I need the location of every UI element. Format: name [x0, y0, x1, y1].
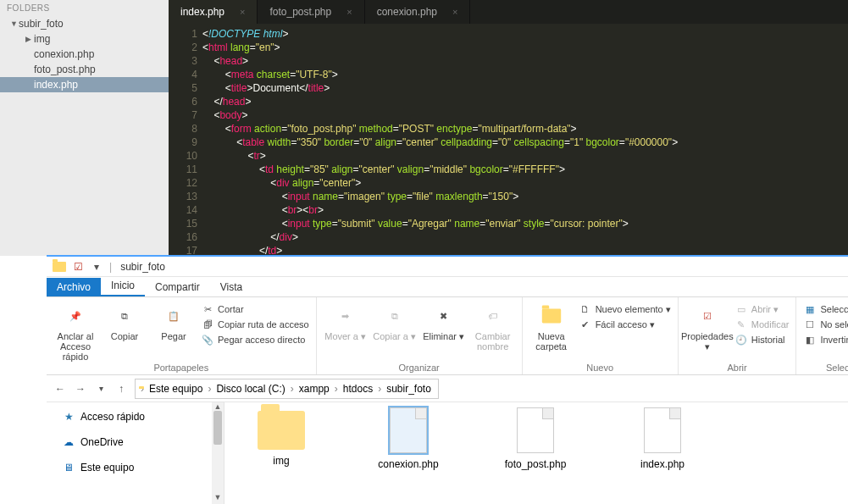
file-icon: [390, 407, 427, 453]
new-folder-button[interactable]: Nueva carpeta: [529, 301, 574, 352]
copy-path-button[interactable]: 🗐Copiar ruta de acceso: [201, 318, 309, 331]
open-button[interactable]: ▭Abrir ▾: [734, 302, 790, 316]
ribbontab-compartir[interactable]: Compartir: [145, 278, 210, 296]
tab-fotopost[interactable]: foto_post.php ×: [258, 0, 364, 24]
select-all-icon: ▦: [803, 302, 817, 316]
properties-button[interactable]: ☑Propiedades ▾: [685, 301, 729, 352]
file-item-fotopost[interactable]: foto_post.php: [497, 407, 574, 504]
scroll-down-icon[interactable]: ▼: [212, 493, 224, 504]
scroll-thumb[interactable]: [213, 411, 222, 445]
ribbon-group-organizar: ➡Mover a ▾ ⧉Copiar a ▾ ✖Eliminar ▾ 🏷Camb…: [317, 297, 523, 374]
open-icon: ▭: [734, 302, 748, 316]
tree-label: foto_post.php: [34, 64, 96, 75]
copy-button[interactable]: ⧉ Copiar: [103, 301, 147, 341]
window-title: subir_foto: [120, 261, 165, 273]
copy-to-button[interactable]: ⧉Copiar a ▾: [373, 301, 417, 341]
code-area[interactable]: 123456789101112131415161718 <!DOCTYPE ht…: [169, 24, 848, 271]
address-bar: ← → ▾ ↑ › Este equipo› Disco local (C:)›…: [47, 375, 848, 402]
close-icon[interactable]: ×: [452, 7, 457, 17]
code-lines[interactable]: <!DOCTYPE html><html lang="en"> <head> <…: [202, 24, 848, 271]
pc-icon: 🖥: [62, 461, 75, 474]
history-button[interactable]: 🕘Historial: [734, 333, 790, 346]
tree-file-fotopost[interactable]: foto_post.php: [0, 62, 169, 77]
rename-icon: 🏷: [479, 302, 507, 330]
dropdown-icon[interactable]: ▾: [90, 260, 103, 274]
tree-label: index.php: [34, 79, 78, 91]
tab-label: conexion.php: [377, 6, 437, 18]
copy-icon: ⧉: [111, 302, 138, 330]
move-to-button[interactable]: ➡Mover a ▾: [324, 301, 368, 341]
nav-onedrive[interactable]: ☁OneDrive: [47, 433, 224, 451]
cloud-icon: ☁: [62, 435, 75, 449]
code-editor-window: FOLDERS ▼ subir_foto ▶ img conexion.php …: [0, 0, 848, 256]
pin-icon: 📌: [62, 302, 89, 330]
navpane-scrollbar[interactable]: ▲ ▼: [212, 402, 224, 504]
nav-quick-access[interactable]: ★Acceso rápido: [47, 407, 224, 426]
crumb-htdocs[interactable]: htdocs: [340, 383, 376, 395]
file-explorer-window: ☑ ▾ | subir_foto Archivo Inicio Comparti…: [47, 256, 848, 504]
file-icon: [517, 407, 554, 453]
rename-button[interactable]: 🏷Cambiar nombre: [471, 301, 515, 352]
select-all-button[interactable]: ▦Seleccionar todo: [803, 302, 848, 316]
paste-shortcut-button[interactable]: 📎Pegar acceso directo: [201, 333, 309, 346]
ribbon-group-abrir: ☑Propiedades ▾ ▭Abrir ▾ ✎Modificar 🕘Hist…: [679, 297, 797, 374]
close-icon[interactable]: ×: [240, 7, 245, 17]
sidebar-title: FOLDERS: [0, 0, 169, 16]
new-item-icon: 🗋: [579, 302, 592, 316]
edit-button[interactable]: ✎Modificar: [734, 318, 790, 331]
nav-back-button[interactable]: ←: [53, 383, 67, 395]
tree-label: subir_foto: [19, 18, 64, 30]
invert-selection-button[interactable]: ◧Invertir selección: [803, 333, 848, 346]
file-item-img[interactable]: img: [243, 407, 319, 504]
ribbontab-vista[interactable]: Vista: [210, 278, 252, 296]
easy-access-icon: ✔: [579, 318, 592, 331]
file-item-conexion[interactable]: conexion.php: [370, 407, 446, 504]
tree-folder-root[interactable]: ▼ subir_foto: [0, 16, 169, 31]
crumb-subirfoto[interactable]: subir_foto: [383, 383, 435, 395]
properties-icon: ☑: [694, 302, 721, 330]
invert-icon: ◧: [803, 333, 817, 346]
crumb-xampp[interactable]: xampp: [296, 383, 333, 395]
paste-icon: 📋: [160, 302, 187, 330]
copy-path-icon: 🗐: [201, 318, 214, 331]
new-item-button[interactable]: 🗋Nuevo elemento ▾: [579, 302, 671, 316]
nav-recent-button[interactable]: ▾: [94, 384, 108, 393]
ribbon-group-seleccionar: ▦Seleccionar todo ☐No seleccionar nin ◧I…: [796, 297, 848, 374]
ribbontab-archivo[interactable]: Archivo: [47, 278, 101, 296]
file-icon: [644, 407, 681, 453]
shortcut-icon: 📎: [201, 333, 214, 346]
nav-forward-button[interactable]: →: [74, 383, 87, 395]
tree-folder-img[interactable]: ▶ img: [0, 31, 169, 47]
ribbon-tabs: Archivo Inicio Compartir Vista: [47, 277, 848, 297]
nav-up-button[interactable]: ↑: [114, 383, 128, 395]
editor-main: index.php × foto_post.php × conexion.php…: [169, 0, 848, 256]
history-icon: 🕘: [734, 333, 748, 346]
paste-button[interactable]: 📋 Pegar: [152, 301, 196, 341]
crumb-este-equipo[interactable]: Este equipo: [146, 383, 206, 395]
select-none-button[interactable]: ☐No seleccionar nin: [803, 318, 848, 331]
file-pane[interactable]: img conexion.php foto_post.php index.php: [224, 402, 848, 504]
delete-button[interactable]: ✖Eliminar ▾: [422, 301, 466, 341]
cut-button[interactable]: ✂Cortar: [201, 302, 309, 316]
pin-button[interactable]: 📌 Anclar al Acceso rápido: [53, 301, 97, 362]
ribbontab-inicio[interactable]: Inicio: [101, 276, 145, 296]
nav-este-equipo[interactable]: 🖥Este equipo: [47, 458, 224, 477]
tree-file-conexion[interactable]: conexion.php: [0, 47, 169, 62]
folder-icon: [53, 260, 66, 274]
select-none-icon: ☐: [803, 318, 817, 331]
tab-conexion[interactable]: conexion.php ×: [365, 0, 471, 24]
editor-sidebar: FOLDERS ▼ subir_foto ▶ img conexion.php …: [0, 0, 169, 256]
chevron-down-icon: ▼: [10, 19, 19, 28]
close-icon[interactable]: ×: [346, 7, 352, 17]
tab-index[interactable]: index.php ×: [169, 0, 258, 24]
ribbon-group-portapapeles: 📌 Anclar al Acceso rápido ⧉ Copiar 📋 Peg…: [47, 297, 317, 374]
nav-pane: ★Acceso rápido ☁OneDrive 🖥Este equipo ▲ …: [47, 402, 224, 504]
breadcrumb[interactable]: › Este equipo› Disco local (C:)› xampp› …: [135, 379, 439, 399]
explorer-titlebar[interactable]: ☑ ▾ | subir_foto: [47, 257, 848, 277]
quick-access-icon[interactable]: ☑: [71, 260, 85, 274]
file-item-index[interactable]: index.php: [624, 407, 701, 504]
edit-icon: ✎: [734, 318, 748, 331]
crumb-disco-c[interactable]: Disco local (C:): [213, 383, 288, 395]
tree-file-index[interactable]: index.php: [0, 77, 169, 92]
easy-access-button[interactable]: ✔Fácil acceso ▾: [579, 318, 671, 331]
